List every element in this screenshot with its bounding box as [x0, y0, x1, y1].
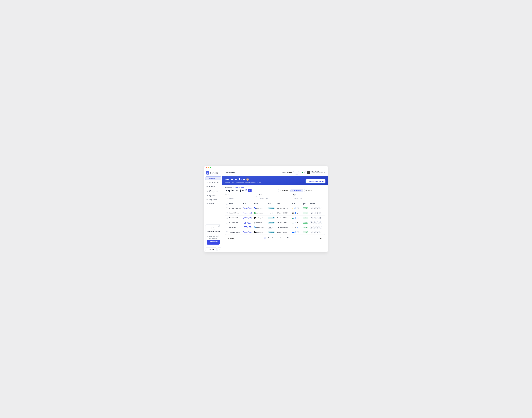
tag-count-primary[interactable]: 12: [243, 226, 247, 228]
tag-count-secondary[interactable]: 5: [248, 207, 252, 209]
svg-rect-7: [249, 190, 250, 190]
sidebar-item-marketing-tools[interactable]: Marketing Tools: [205, 181, 221, 184]
row-share-button[interactable]: [316, 212, 319, 214]
filter-status-select[interactable]: Select Status: [225, 196, 257, 200]
tag-count-secondary[interactable]: 3: [248, 231, 252, 233]
filter-type-select[interactable]: Select Type: [293, 196, 325, 200]
window-zoom-dot[interactable]: [210, 167, 211, 168]
create-workspace-button[interactable]: Create New Workspce: [306, 179, 325, 183]
row-trash-button[interactable]: [319, 226, 322, 229]
type-badge: $• Paid: [303, 207, 308, 209]
sidebar-item-help-center[interactable]: Help Center: [205, 198, 221, 201]
row-trash-button[interactable]: [319, 231, 322, 233]
grid-view-button[interactable]: [248, 189, 252, 192]
pager-page[interactable]: 9: [283, 237, 285, 239]
select-all-checkbox[interactable]: [226, 203, 228, 205]
tools-more-chip[interactable]: +3: [297, 217, 299, 219]
project-name: QuickLink Promo: [229, 212, 243, 214]
row-trash-button[interactable]: [319, 207, 322, 209]
notifications-button[interactable]: [295, 171, 299, 174]
row-edit-button[interactable]: [313, 217, 316, 219]
row-checkbox[interactable]: [226, 212, 228, 214]
row-checkbox[interactable]: [226, 222, 228, 223]
tag-count-secondary[interactable]: 2: [247, 222, 251, 224]
tools-more-chip[interactable]: +2: [297, 232, 299, 233]
sidebar-item-dashboard[interactable]: Dashboard: [205, 176, 221, 180]
logout-button[interactable]: Log Out: [205, 247, 217, 251]
ai-promo-cta-button[interactable]: Watch a 1-min demo: [207, 240, 220, 244]
row-share-button[interactable]: [316, 217, 319, 219]
locale-picker[interactable]: [300, 171, 306, 174]
row-share-button[interactable]: [316, 221, 319, 224]
svg-point-13: [306, 190, 306, 191]
row-share-button[interactable]: [316, 226, 319, 229]
tag-count-primary[interactable]: 10: [243, 212, 247, 214]
pager-page[interactable]: 8: [279, 237, 281, 239]
tools-more-chip[interactable]: +6: [297, 208, 299, 209]
row-trash-button[interactable]: [319, 212, 322, 214]
pager-next-button[interactable]: Next: [318, 237, 325, 240]
archived-button[interactable]: Archived: [278, 189, 289, 192]
row-copy-button[interactable]: [310, 226, 312, 229]
row-share-button[interactable]: [316, 231, 319, 233]
hide-filters-button[interactable]: Hide Filters: [290, 189, 303, 192]
tag-count-primary[interactable]: 8: [243, 222, 247, 224]
domain-text: ecoclean.com: [256, 208, 264, 209]
row-edit-button[interactable]: [313, 221, 316, 224]
pager-page[interactable]: 2: [268, 237, 270, 239]
row-edit-button[interactable]: [313, 207, 316, 209]
pager-prev-button[interactable]: Previous: [225, 237, 235, 240]
row-checkbox[interactable]: [226, 208, 228, 209]
ai-promo-close[interactable]: ✕: [218, 225, 220, 227]
svg-rect-17: [311, 213, 312, 213]
breadcrumb-root[interactable]: Dashboard: [225, 186, 232, 188]
row-copy-button[interactable]: [310, 217, 312, 219]
tag-count-secondary[interactable]: 5: [248, 226, 252, 228]
row-share-button[interactable]: [316, 207, 319, 209]
filter-dates-select[interactable]: Select Dates: [259, 196, 291, 200]
split-view-button[interactable]: [252, 189, 255, 192]
logout-label: Log Out: [209, 248, 214, 250]
row-checkbox[interactable]: [226, 232, 228, 233]
ai-promo-title: Introducing CoreTag AI: [207, 231, 220, 233]
row-edit-button[interactable]: [313, 212, 316, 214]
search-input[interactable]: [304, 189, 325, 192]
row-trash-button[interactable]: [319, 217, 322, 219]
sidebar-item-label: Tag Management: [209, 189, 220, 193]
sidebar-item-settings[interactable]: Settings: [205, 202, 221, 205]
banner-close-icon[interactable]: ✕: [325, 177, 326, 179]
svg-rect-18: [311, 213, 312, 213]
pager-page[interactable]: 10: [287, 237, 289, 239]
row-copy-button[interactable]: [310, 231, 312, 233]
tag-count-primary[interactable]: 20: [243, 217, 247, 219]
pager-page[interactable]: 3: [271, 237, 274, 239]
tools-cell: +2: [292, 231, 303, 233]
pager-page[interactable]: 1: [264, 237, 266, 239]
tag-count-secondary[interactable]: 6: [248, 217, 252, 219]
tag-count-primary[interactable]: 18: [243, 207, 247, 209]
user-menu[interactable]: JO John Onyena johnonyena0@gmail.com Adm…: [307, 171, 325, 174]
row-checkbox[interactable]: [226, 227, 228, 228]
svg-rect-16: [311, 208, 312, 209]
exit-icon-button[interactable]: [217, 247, 221, 251]
tag-count-secondary[interactable]: 3: [248, 212, 252, 214]
window-minimize-dot[interactable]: [208, 167, 209, 168]
row-checkbox[interactable]: [226, 217, 228, 219]
row-copy-button[interactable]: [310, 212, 312, 214]
row-edit-button[interactable]: [313, 226, 316, 229]
user-icon: [207, 195, 208, 197]
row-edit-button[interactable]: [313, 231, 316, 233]
row-copy-button[interactable]: [310, 221, 312, 224]
brand-logo: C: [206, 171, 209, 174]
window-close-dot[interactable]: [206, 167, 207, 168]
sidebar-item-analytics[interactable]: Analytics: [205, 185, 221, 188]
table-row: EcoClean Expansion 18 5 W ecoclean.com E…: [225, 206, 325, 211]
go-premium-button[interactable]: Go Premium: [281, 171, 294, 174]
welcome-heading: Welcome, John: [225, 178, 245, 181]
row-copy-button[interactable]: [310, 207, 312, 209]
tag-count-primary[interactable]: 10: [243, 231, 247, 233]
sidebar-item-tag-management[interactable]: Tag Management: [205, 188, 221, 194]
type-badge: $• Paid: [303, 222, 308, 224]
row-trash-button[interactable]: [319, 221, 322, 224]
sidebar-item-my-profile[interactable]: My Profile: [205, 194, 221, 197]
